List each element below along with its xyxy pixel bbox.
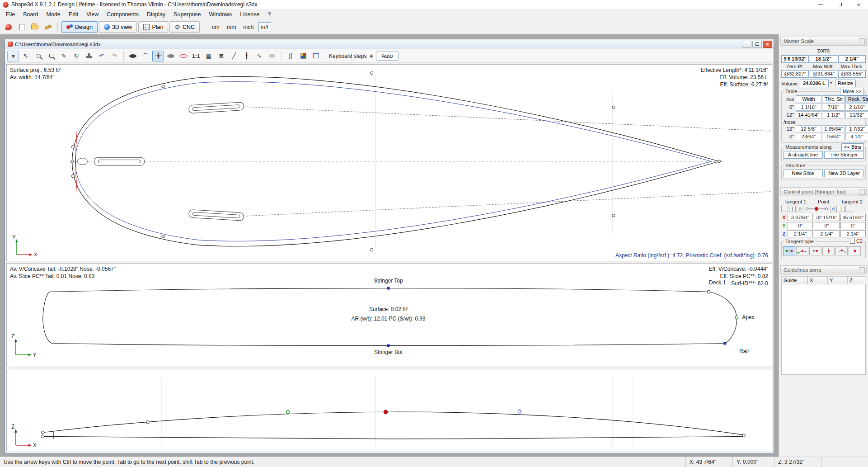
menu-mode[interactable]: Mode [42,10,65,19]
minimize-button[interactable] [811,0,830,9]
zoom-tool-icon[interactable] [33,51,44,61]
btns-button[interactable]: << Btns [841,143,864,151]
cnc-mode-button[interactable]: ⚙ CNC [169,21,200,33]
tangent-type-straight-button[interactable] [783,246,795,255]
tangent2-free-button[interactable]: -- [845,206,852,212]
document-minimize-button[interactable] [742,41,751,48]
max-thickness-field[interactable]: 2 1/4" [838,55,866,63]
tail-0-thic-field[interactable]: 7/16" [822,104,845,111]
document-titlebar[interactable]: C:\Users\thoma\Downloads\regi.s3dx × [5,39,774,49]
more-button[interactable]: More >> [840,88,864,95]
tail-12-width-field[interactable]: 14 41/64" [796,111,821,118]
y-tangent1-field[interactable]: 0" [788,222,813,229]
flow-lines-icon[interactable]: ∿ [253,51,265,61]
guide-column-header[interactable]: Guide [781,276,807,284]
tail-12-thic-field[interactable]: 1 1/2" [822,111,845,118]
x-tangent2-field[interactable]: 45 51/64" [840,214,866,221]
panel-layout-icon[interactable] [310,51,322,61]
profile-view-icon[interactable] [140,51,151,61]
nose-0-rock-field[interactable]: 4 1/2" [845,133,868,140]
bottom-rocker-curve[interactable] [43,436,744,439]
centerline-toggle-icon[interactable]: ╂ [241,51,253,61]
z-tangent1-field[interactable]: 2 1/4" [788,230,813,237]
control-point[interactable] [70,160,73,163]
tangent-type-vertical-button[interactable] [822,246,835,255]
unit-cm[interactable]: cm [209,22,222,32]
open-file-button[interactable] [29,21,41,33]
auto-button[interactable]: Auto [376,52,399,61]
straight-line-button[interactable]: A straight line [783,151,823,159]
z-tangent2-field[interactable]: 2 1/4" [840,230,866,237]
new-file-button[interactable] [16,21,28,33]
nose-12-rock-field[interactable]: 1 7/32" [845,125,868,132]
slice-view-canvas[interactable]: Stringer Top Stringer Bot Surface: 0.02 … [7,264,772,367]
control-point[interactable] [146,421,149,424]
menu-board[interactable]: Board [19,10,42,19]
y-point-field[interactable]: 0" [814,222,839,229]
apex-point[interactable] [735,316,738,319]
menu-superpose[interactable]: Superpose [169,10,205,19]
tangent1-dot-button[interactable] [797,206,803,212]
control-point[interactable] [162,85,164,88]
edit-pen-tool-icon[interactable]: ✎ [58,51,70,61]
new-slice-button[interactable]: New Slice [783,170,823,177]
max-thck-pos-field[interactable]: @33.555" [838,70,866,78]
control-point[interactable] [42,435,44,438]
stringer-bot-point[interactable] [387,344,390,347]
menu-components[interactable]: Components [103,10,143,19]
control-point[interactable] [71,175,74,177]
one-to-one-button[interactable]: 1:1 [190,51,202,61]
z-column-header[interactable]: Z [847,276,866,284]
guidelines-list[interactable] [781,284,866,375]
control-point[interactable] [370,248,373,251]
zoom-window-tool-icon[interactable] [45,51,57,61]
menu-windows[interactable]: Windows [205,10,236,19]
control-point[interactable] [71,146,74,148]
fin-box-bottom[interactable] [188,209,244,221]
menu-display[interactable]: Display [143,10,169,19]
tangent-type-angle-button[interactable] [796,246,808,255]
slice-view-icon[interactable] [152,51,164,61]
collapse-button[interactable] [859,38,865,44]
menu-file[interactable]: File [2,10,19,19]
length-field[interactable]: 5'6 19/32" [781,55,809,63]
nose-12-thic-field[interactable]: 1 35/64" [822,125,845,132]
z-point-field[interactable]: 2 1/4" [814,230,839,237]
outline-control-points[interactable] [70,72,720,251]
menu-license[interactable]: License [236,10,263,19]
select-points-tool-icon[interactable]: ⇖ [20,51,32,61]
rocker-view-canvas[interactable]: Z X [7,369,772,452]
menu-view[interactable]: View [82,10,103,19]
menu-edit[interactable]: Edit [65,10,83,19]
unit-inf[interactable]: in/f [258,22,272,32]
undo-icon[interactable]: ↶ [96,51,108,61]
tangent2-dot-button[interactable] [830,206,837,212]
y-column-header[interactable]: Y [827,276,847,284]
control-point[interactable] [162,235,164,238]
rock-str-column-button[interactable]: Rock. Str [845,95,868,103]
control-point[interactable] [742,434,745,437]
new-3d-layer-button[interactable]: New 3D Layer [824,170,864,177]
unit-inch[interactable]: inch [241,22,257,32]
tangent2-vertical-button[interactable]: | [838,206,845,212]
nose-0-width-field[interactable]: 23/64" [796,133,821,140]
guidelines-toggle-icon[interactable] [266,51,278,61]
resize-button[interactable]: Resize [835,80,856,87]
unit-mm[interactable]: mm [224,22,239,32]
tangent-type-point-button[interactable] [849,246,861,255]
y-tangent2-field[interactable]: 0" [840,222,866,229]
thickness-view-icon[interactable] [165,51,177,61]
tangent-handle-point[interactable] [518,410,521,413]
control-point[interactable] [370,72,373,75]
max-width-field[interactable]: 18 1/2" [810,55,837,63]
x-point-field[interactable]: 32 15/16" [814,214,839,221]
board-outline-curve[interactable] [72,76,719,246]
c2-checkbox[interactable] [850,239,855,244]
close-button[interactable]: × [849,0,868,9]
curvature-icon[interactable]: ∫∫ [285,51,296,61]
maximize-button[interactable] [830,0,849,9]
collapse-button[interactable] [859,189,865,195]
control-point[interactable] [42,431,44,434]
volume-field[interactable]: 24.0306 L [800,80,829,87]
design-mode-button[interactable]: Design [61,21,98,33]
